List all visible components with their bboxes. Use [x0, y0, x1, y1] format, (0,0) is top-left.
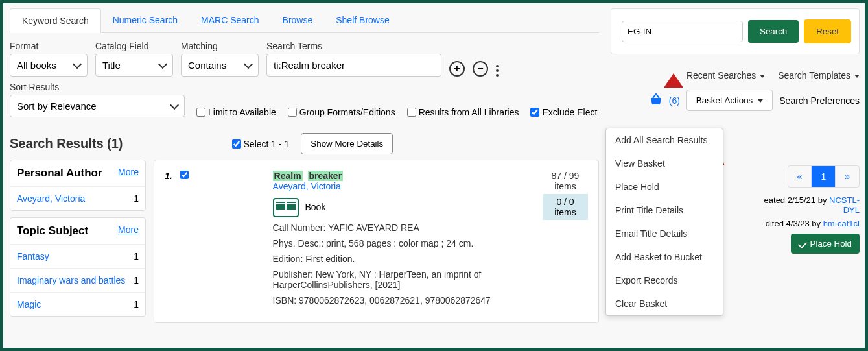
quick-search-input[interactable] [622, 21, 743, 42]
select-all-checkbox[interactable]: Select 1 - 1 [232, 139, 290, 149]
basket-actions-dropdown: Add All Search Results View Basket Place… [605, 128, 723, 316]
basket-actions-button[interactable]: Basket Actions [686, 90, 773, 111]
facet-ts-count: 1 [134, 299, 139, 309]
tab-shelf[interactable]: Shelf Browse [324, 8, 401, 32]
result-author-link[interactable]: Aveyard, Victoria [273, 181, 341, 191]
group-formats-checkbox[interactable]: Group Formats/Editions [288, 107, 395, 117]
facet-pa-heading: Personal Author [17, 167, 102, 180]
place-hold-button[interactable]: Place Hold [791, 234, 860, 254]
dropdown-email-details[interactable]: Email Title Details [606, 222, 723, 245]
search-button[interactable]: Search [748, 20, 799, 43]
exclude-elec-checkbox[interactable]: Exclude Elect [530, 107, 597, 117]
matching-label: Matching [181, 41, 259, 51]
basket-count[interactable]: (6) [669, 95, 680, 106]
result-format: Book [305, 202, 325, 212]
dropdown-place-hold[interactable]: Place Hold [606, 175, 723, 199]
check-icon [797, 239, 806, 248]
facet-pa-more-link[interactable]: More [118, 167, 139, 180]
search-terms-input[interactable] [266, 54, 441, 77]
tab-keyword[interactable]: Keyword Search [10, 8, 101, 33]
dropdown-add-bucket[interactable]: Add Basket to Bucket [606, 245, 723, 269]
dropdown-print-details[interactable]: Print Title Details [606, 199, 723, 222]
search-preferences-link[interactable]: Search Preferences [779, 95, 860, 106]
facet-pa-item[interactable]: Aveyard, Victoria [17, 193, 85, 204]
search-terms-label: Search Terms [266, 41, 441, 51]
tab-browse[interactable]: Browse [271, 8, 325, 32]
quick-search-box: Search Reset [611, 8, 860, 54]
show-more-details-button[interactable]: Show More Details [301, 133, 393, 154]
facet-ts-item[interactable]: Imaginary wars and battles [17, 275, 125, 285]
page-next[interactable]: » [835, 166, 859, 187]
limit-available-checkbox[interactable]: Limit to Available [196, 107, 276, 117]
page-prev[interactable]: « [788, 166, 812, 187]
facet-ts-heading: Topic Subject [17, 224, 88, 237]
facet-ts-count: 1 [134, 251, 139, 261]
add-row-icon[interactable]: + [449, 61, 465, 77]
facet-pa-count: 1 [134, 193, 139, 204]
pagination: « 1 » [788, 165, 860, 188]
facet-ts-item[interactable]: Magic [17, 299, 41, 309]
results-heading: Search Results (1) [10, 136, 123, 151]
tab-marc[interactable]: MARC Search [189, 8, 270, 32]
catalog-field-select[interactable]: Title [95, 54, 173, 77]
book-icon [273, 198, 299, 217]
annotation-arrow-icon [664, 73, 683, 88]
facet-ts-count: 1 [134, 275, 139, 285]
search-templates-link[interactable]: Search Templates [778, 65, 860, 86]
sort-label: Sort Results [10, 82, 185, 92]
facet-ts-more-link[interactable]: More [118, 224, 139, 237]
result-title[interactable]: Realm breaker [273, 171, 530, 181]
facet-topic-subject: Topic Subject More Fantasy 1 Imaginary w… [10, 217, 146, 317]
sort-select[interactable]: Sort by Relevance [10, 95, 185, 117]
basket-icon[interactable] [650, 93, 663, 107]
dropdown-view-basket[interactable]: View Basket [606, 152, 723, 175]
result-checkbox[interactable] [180, 171, 189, 179]
matching-select[interactable]: Contains [181, 54, 259, 77]
remove-row-icon[interactable]: − [473, 61, 488, 77]
search-result-row: 1. Realm breaker Aveyard, Victoria Book … [154, 160, 599, 323]
facet-personal-author: Personal Author More Aveyard, Victoria 1 [10, 160, 146, 211]
result-items-counts: 87 / 99 items 0 / 0 items [543, 171, 588, 312]
dropdown-clear[interactable]: Clear Basket [606, 292, 723, 315]
result-metadata: eated 2/15/21 by NCSTL-DYL dited 4/3/23 … [759, 195, 860, 254]
result-index: 1. [165, 171, 172, 181]
page-current[interactable]: 1 [811, 166, 835, 187]
search-tabs: Keyword Search Numeric Search MARC Searc… [10, 8, 599, 33]
kebab-menu-icon[interactable] [496, 65, 499, 77]
catalog-field-label: Catalog Field [95, 41, 173, 51]
reset-button[interactable]: Reset [804, 19, 851, 43]
recent-searches-link[interactable]: Recent Searches [686, 65, 765, 86]
results-all-checkbox[interactable]: Results from All Libraries [407, 107, 519, 117]
format-select[interactable]: All books [10, 54, 88, 77]
tab-numeric[interactable]: Numeric Search [101, 8, 189, 32]
created-by-link[interactable]: NCSTL-DYL [829, 195, 860, 215]
edited-by-link[interactable]: hm-cat1cl [823, 219, 860, 228]
format-label: Format [10, 41, 88, 51]
dropdown-export[interactable]: Export Records [606, 269, 723, 292]
facet-ts-item[interactable]: Fantasy [17, 251, 49, 261]
dropdown-add-all[interactable]: Add All Search Results [606, 128, 723, 152]
